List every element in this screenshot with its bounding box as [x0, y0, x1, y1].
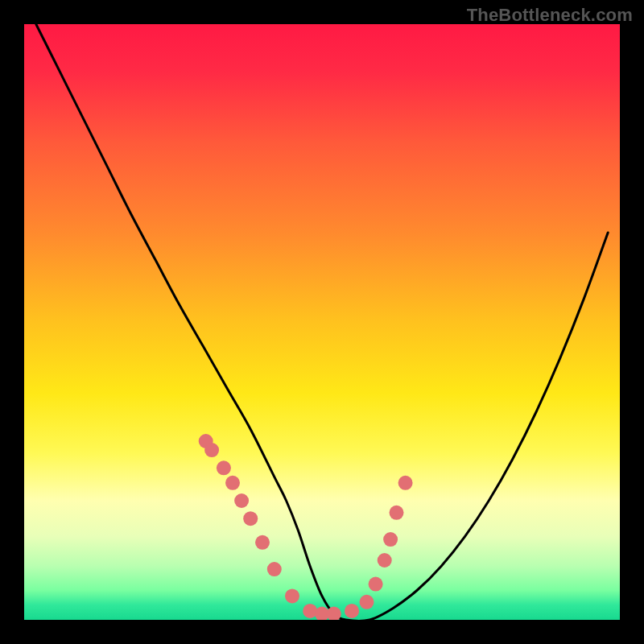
gradient-background	[24, 24, 620, 620]
chart-container: TheBottleneck.com	[0, 0, 644, 644]
marker-dot	[369, 577, 383, 592]
marker-dot	[383, 532, 398, 547]
watermark-text: TheBottleneck.com	[467, 5, 633, 26]
marker-dot	[234, 493, 249, 508]
marker-dot	[360, 595, 374, 609]
marker-dot	[345, 604, 359, 618]
marker-dot	[267, 562, 282, 576]
marker-dot	[255, 535, 270, 550]
plot-area	[24, 24, 620, 620]
marker-dot	[225, 476, 240, 490]
marker-dot	[285, 588, 299, 603]
marker-dot	[390, 506, 404, 520]
marker-dot	[204, 443, 219, 457]
chart-svg	[24, 24, 620, 620]
marker-dot	[378, 553, 392, 568]
marker-dot	[217, 460, 231, 475]
marker-dot	[243, 511, 258, 526]
marker-dot	[398, 476, 413, 490]
